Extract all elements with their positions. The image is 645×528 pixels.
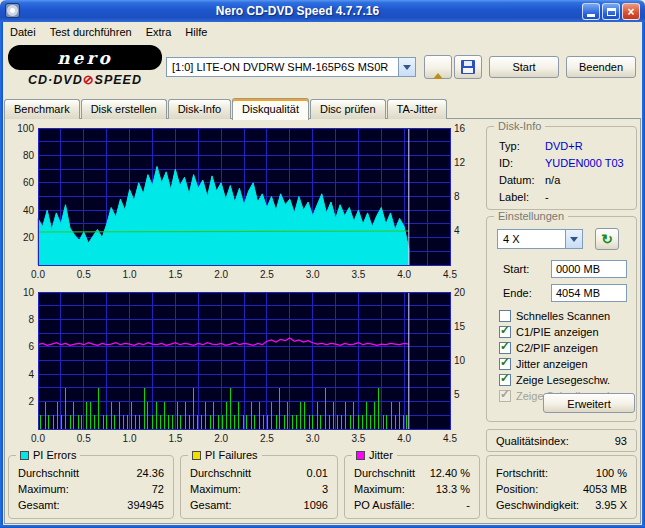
- tab-strip: BenchmarkDisk erstellenDisk-InfoDiskqual…: [4, 97, 448, 119]
- settings-group: Einstellungen 4 X ↻ Start: 0000 MB Ende:…: [486, 216, 637, 422]
- checkbox-c2-pif-anzeigen[interactable]: ✓C2/PIF anzeigen: [499, 341, 632, 355]
- window-frame: [0, 22, 3, 528]
- svg-text:4: 4: [28, 369, 34, 380]
- check-icon: ✓: [500, 372, 510, 384]
- svg-text:1.0: 1.0: [123, 269, 137, 280]
- logo-slash-icon: ⊘: [83, 72, 95, 87]
- eject-disc-button[interactable]: [424, 55, 452, 79]
- tab-disk-info[interactable]: Disk-Info: [168, 99, 231, 119]
- svg-text:2.0: 2.0: [214, 269, 228, 280]
- menu-item-test-durchf-hren[interactable]: Test durchführen: [43, 24, 139, 40]
- stat-row: Gesamt:1096: [181, 497, 337, 513]
- svg-text:12: 12: [454, 157, 466, 168]
- menu-item-extra[interactable]: Extra: [139, 24, 179, 40]
- svg-text:4.0: 4.0: [397, 433, 411, 444]
- refresh-button[interactable]: ↻: [595, 228, 619, 250]
- stat-row: Maximum:13.3 %: [345, 481, 479, 497]
- checkbox-c1-pie-anzeigen[interactable]: ✓C1/PIE anzeigen: [499, 325, 632, 339]
- svg-text:2.5: 2.5: [260, 269, 274, 280]
- start-button[interactable]: Start: [489, 56, 559, 78]
- app-logo: nero CD·DVD⊘SPEED: [8, 45, 162, 91]
- checkbox-box[interactable]: ✓: [499, 374, 511, 386]
- app-icon: [5, 3, 20, 18]
- stat-row: Durchschnitt24.36: [9, 465, 173, 481]
- stat-row: PO Ausfälle:-: [345, 497, 479, 513]
- svg-text:40: 40: [23, 205, 35, 216]
- tab-diskqualit-t[interactable]: Diskqualität: [232, 98, 309, 120]
- speed-select[interactable]: 4 X: [497, 229, 583, 249]
- tab-disk-erstellen[interactable]: Disk erstellen: [81, 99, 167, 119]
- logo-text: nero: [57, 48, 112, 68]
- floppy-disk-icon: [461, 60, 475, 74]
- checkbox-box[interactable]: [499, 310, 511, 322]
- disk-info-group: Disk-Info Typ:DVD+RID:YUDEN000 T03Datum:…: [486, 126, 637, 210]
- drive-select[interactable]: [1:0] LITE-ON DVDRW SHM-165P6S MS0R: [166, 57, 416, 77]
- checkbox-jitter-anzeigen[interactable]: ✓Jitter anzeigen: [499, 357, 632, 371]
- svg-text:4.5: 4.5: [443, 433, 457, 444]
- minimize-button[interactable]: [582, 3, 600, 20]
- svg-text:0.5: 0.5: [77, 433, 91, 444]
- stat-row: Maximum:72: [9, 481, 173, 497]
- svg-text:1.5: 1.5: [168, 433, 182, 444]
- svg-text:16: 16: [454, 123, 466, 134]
- check-icon: ✓: [500, 388, 510, 400]
- checkbox-box[interactable]: ✓: [499, 326, 511, 338]
- end-position-field[interactable]: 4054 MB: [551, 284, 627, 302]
- legend-swatch: [192, 451, 201, 460]
- menu-item-hilfe[interactable]: Hilfe: [178, 24, 214, 40]
- maximize-icon: [607, 8, 616, 16]
- save-screenshot-button[interactable]: [454, 55, 482, 79]
- title-bar[interactable]: Nero CD-DVD Speed 4.7.7.16 ×: [0, 0, 645, 22]
- svg-text:0.0: 0.0: [31, 269, 45, 280]
- checkbox-box: ✓: [499, 390, 511, 402]
- chevron-down-icon[interactable]: [565, 230, 582, 248]
- settings-checkboxes: Schnelles Scannen✓C1/PIE anzeigen✓C2/PIF…: [499, 309, 632, 405]
- stat-row: Gesamt:394945: [9, 497, 173, 513]
- maximize-button[interactable]: [602, 3, 620, 20]
- advanced-button[interactable]: Erweitert: [543, 393, 635, 413]
- svg-text:20: 20: [23, 232, 35, 243]
- legend-swatch: [20, 451, 29, 460]
- svg-text:60: 60: [23, 177, 35, 188]
- check-icon: ✓: [500, 324, 510, 336]
- progress-stats: Fortschritt:100 %Position:4053 MBGeschwi…: [486, 455, 637, 519]
- checkbox-box[interactable]: ✓: [499, 342, 511, 354]
- tab-benchmark[interactable]: Benchmark: [4, 99, 80, 119]
- svg-text:100: 100: [17, 123, 34, 134]
- checkbox-box[interactable]: ✓: [499, 358, 511, 370]
- end-position-label: Ende:: [503, 287, 532, 299]
- checkbox-zeige-lesegeschw[interactable]: ✓Zeige Lesegeschw.: [499, 373, 632, 387]
- svg-text:1.0: 1.0: [123, 433, 137, 444]
- jitter-stats: JitterDurchschnitt12.40 %Maximum:13.3 %P…: [344, 455, 480, 519]
- start-position-field[interactable]: 0000 MB: [551, 260, 627, 278]
- stat-group-title: PI Errors: [33, 449, 76, 461]
- disk-info-row: ID:YUDEN000 T03: [499, 154, 630, 171]
- svg-text:3.5: 3.5: [351, 433, 365, 444]
- eject-icon: [433, 61, 443, 73]
- check-icon: ✓: [500, 340, 510, 352]
- svg-text:10: 10: [23, 287, 35, 298]
- tab-ta-jitter[interactable]: TA-Jitter: [387, 99, 448, 119]
- pie-speed-chart: 100806040201612840.00.51.01.52.02.53.03.…: [8, 121, 480, 283]
- svg-text:2: 2: [28, 396, 34, 407]
- disk-info-rows: Typ:DVD+RID:YUDEN000 T03Datum:n/aLabel:-: [499, 137, 630, 205]
- tab-disc-pr-fen[interactable]: Disc prüfen: [310, 99, 386, 119]
- pi-errors-stats: PI ErrorsDurchschnitt24.36Maximum:72Gesa…: [8, 455, 174, 519]
- stat-group-title: Jitter: [369, 449, 393, 461]
- disk-info-title: Disk-Info: [498, 120, 541, 132]
- window-title: Nero CD-DVD Speed 4.7.7.16: [30, 0, 565, 22]
- svg-text:4.0: 4.0: [397, 269, 411, 280]
- quit-button[interactable]: Beenden: [566, 56, 636, 78]
- svg-text:15: 15: [454, 321, 466, 332]
- close-button[interactable]: ×: [622, 3, 640, 20]
- legend-swatch: [356, 451, 365, 460]
- app-window: Nero CD-DVD Speed 4.7.7.16 × DateiTest d…: [0, 0, 645, 528]
- checkbox-schnelles-scannen[interactable]: Schnelles Scannen: [499, 309, 632, 323]
- menu-item-datei[interactable]: Datei: [3, 24, 43, 40]
- svg-text:3.5: 3.5: [351, 269, 365, 280]
- svg-text:3.0: 3.0: [306, 269, 320, 280]
- svg-text:5: 5: [454, 389, 460, 400]
- svg-text:1.5: 1.5: [168, 269, 182, 280]
- stat-row: Durchschnitt12.40 %: [345, 465, 479, 481]
- chevron-down-icon[interactable]: [398, 58, 415, 76]
